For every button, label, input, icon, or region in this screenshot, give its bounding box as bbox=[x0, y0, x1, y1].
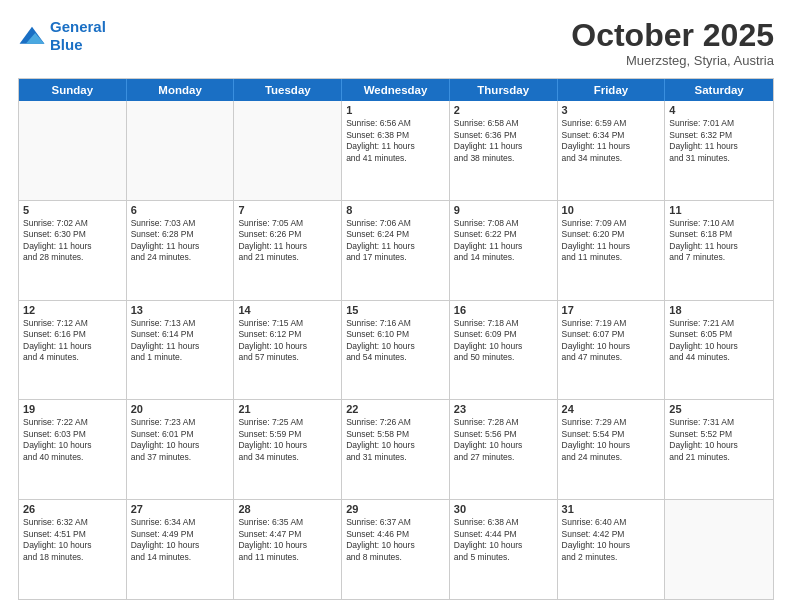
calendar-row: 1Sunrise: 6:56 AM Sunset: 6:38 PM Daylig… bbox=[19, 101, 773, 201]
day-number: 16 bbox=[454, 304, 553, 316]
month-title: October 2025 bbox=[571, 18, 774, 53]
calendar-cell: 23Sunrise: 7:28 AM Sunset: 5:56 PM Dayli… bbox=[450, 400, 558, 499]
day-number: 30 bbox=[454, 503, 553, 515]
weekday-header: Monday bbox=[127, 79, 235, 101]
calendar-cell: 7Sunrise: 7:05 AM Sunset: 6:26 PM Daylig… bbox=[234, 201, 342, 300]
cell-info: Sunrise: 7:18 AM Sunset: 6:09 PM Dayligh… bbox=[454, 318, 553, 364]
cell-info: Sunrise: 7:06 AM Sunset: 6:24 PM Dayligh… bbox=[346, 218, 445, 264]
page: General Blue October 2025 Muerzsteg, Sty… bbox=[0, 0, 792, 612]
logo-line1: General bbox=[50, 18, 106, 35]
day-number: 18 bbox=[669, 304, 769, 316]
header: General Blue October 2025 Muerzsteg, Sty… bbox=[18, 18, 774, 68]
calendar-cell: 20Sunrise: 7:23 AM Sunset: 6:01 PM Dayli… bbox=[127, 400, 235, 499]
day-number: 22 bbox=[346, 403, 445, 415]
cell-info: Sunrise: 7:01 AM Sunset: 6:32 PM Dayligh… bbox=[669, 118, 769, 164]
weekday-header: Saturday bbox=[665, 79, 773, 101]
day-number: 6 bbox=[131, 204, 230, 216]
cell-info: Sunrise: 6:38 AM Sunset: 4:44 PM Dayligh… bbox=[454, 517, 553, 563]
calendar-cell bbox=[234, 101, 342, 200]
day-number: 15 bbox=[346, 304, 445, 316]
cell-info: Sunrise: 7:02 AM Sunset: 6:30 PM Dayligh… bbox=[23, 218, 122, 264]
calendar-cell: 4Sunrise: 7:01 AM Sunset: 6:32 PM Daylig… bbox=[665, 101, 773, 200]
weekday-header: Sunday bbox=[19, 79, 127, 101]
calendar-cell: 27Sunrise: 6:34 AM Sunset: 4:49 PM Dayli… bbox=[127, 500, 235, 599]
calendar-cell: 11Sunrise: 7:10 AM Sunset: 6:18 PM Dayli… bbox=[665, 201, 773, 300]
calendar-cell: 30Sunrise: 6:38 AM Sunset: 4:44 PM Dayli… bbox=[450, 500, 558, 599]
day-number: 29 bbox=[346, 503, 445, 515]
weekday-header: Thursday bbox=[450, 79, 558, 101]
cell-info: Sunrise: 6:34 AM Sunset: 4:49 PM Dayligh… bbox=[131, 517, 230, 563]
cell-info: Sunrise: 7:28 AM Sunset: 5:56 PM Dayligh… bbox=[454, 417, 553, 463]
day-number: 24 bbox=[562, 403, 661, 415]
day-number: 8 bbox=[346, 204, 445, 216]
cell-info: Sunrise: 7:03 AM Sunset: 6:28 PM Dayligh… bbox=[131, 218, 230, 264]
day-number: 17 bbox=[562, 304, 661, 316]
weekday-header: Tuesday bbox=[234, 79, 342, 101]
day-number: 12 bbox=[23, 304, 122, 316]
calendar-cell: 12Sunrise: 7:12 AM Sunset: 6:16 PM Dayli… bbox=[19, 301, 127, 400]
cell-info: Sunrise: 7:19 AM Sunset: 6:07 PM Dayligh… bbox=[562, 318, 661, 364]
weekday-header: Friday bbox=[558, 79, 666, 101]
calendar-cell: 8Sunrise: 7:06 AM Sunset: 6:24 PM Daylig… bbox=[342, 201, 450, 300]
day-number: 28 bbox=[238, 503, 337, 515]
cell-info: Sunrise: 6:32 AM Sunset: 4:51 PM Dayligh… bbox=[23, 517, 122, 563]
cell-info: Sunrise: 7:10 AM Sunset: 6:18 PM Dayligh… bbox=[669, 218, 769, 264]
calendar-cell: 3Sunrise: 6:59 AM Sunset: 6:34 PM Daylig… bbox=[558, 101, 666, 200]
cell-info: Sunrise: 7:13 AM Sunset: 6:14 PM Dayligh… bbox=[131, 318, 230, 364]
cell-info: Sunrise: 7:29 AM Sunset: 5:54 PM Dayligh… bbox=[562, 417, 661, 463]
calendar-cell: 2Sunrise: 6:58 AM Sunset: 6:36 PM Daylig… bbox=[450, 101, 558, 200]
cell-info: Sunrise: 6:40 AM Sunset: 4:42 PM Dayligh… bbox=[562, 517, 661, 563]
calendar-row: 26Sunrise: 6:32 AM Sunset: 4:51 PM Dayli… bbox=[19, 500, 773, 599]
logo: General Blue bbox=[18, 18, 106, 54]
calendar-cell bbox=[665, 500, 773, 599]
calendar-cell: 17Sunrise: 7:19 AM Sunset: 6:07 PM Dayli… bbox=[558, 301, 666, 400]
logo-text: General Blue bbox=[50, 18, 106, 54]
day-number: 20 bbox=[131, 403, 230, 415]
calendar-cell bbox=[19, 101, 127, 200]
day-number: 7 bbox=[238, 204, 337, 216]
title-area: October 2025 Muerzsteg, Styria, Austria bbox=[571, 18, 774, 68]
cell-info: Sunrise: 6:35 AM Sunset: 4:47 PM Dayligh… bbox=[238, 517, 337, 563]
day-number: 26 bbox=[23, 503, 122, 515]
calendar-cell: 16Sunrise: 7:18 AM Sunset: 6:09 PM Dayli… bbox=[450, 301, 558, 400]
day-number: 11 bbox=[669, 204, 769, 216]
calendar-cell: 14Sunrise: 7:15 AM Sunset: 6:12 PM Dayli… bbox=[234, 301, 342, 400]
calendar-cell: 5Sunrise: 7:02 AM Sunset: 6:30 PM Daylig… bbox=[19, 201, 127, 300]
calendar-cell: 28Sunrise: 6:35 AM Sunset: 4:47 PM Dayli… bbox=[234, 500, 342, 599]
calendar-cell: 25Sunrise: 7:31 AM Sunset: 5:52 PM Dayli… bbox=[665, 400, 773, 499]
cell-info: Sunrise: 6:56 AM Sunset: 6:38 PM Dayligh… bbox=[346, 118, 445, 164]
calendar-row: 12Sunrise: 7:12 AM Sunset: 6:16 PM Dayli… bbox=[19, 301, 773, 401]
day-number: 19 bbox=[23, 403, 122, 415]
calendar-body: 1Sunrise: 6:56 AM Sunset: 6:38 PM Daylig… bbox=[19, 101, 773, 599]
weekday-header: Wednesday bbox=[342, 79, 450, 101]
cell-info: Sunrise: 7:21 AM Sunset: 6:05 PM Dayligh… bbox=[669, 318, 769, 364]
cell-info: Sunrise: 7:15 AM Sunset: 6:12 PM Dayligh… bbox=[238, 318, 337, 364]
calendar-cell: 15Sunrise: 7:16 AM Sunset: 6:10 PM Dayli… bbox=[342, 301, 450, 400]
cell-info: Sunrise: 7:23 AM Sunset: 6:01 PM Dayligh… bbox=[131, 417, 230, 463]
cell-info: Sunrise: 7:05 AM Sunset: 6:26 PM Dayligh… bbox=[238, 218, 337, 264]
day-number: 31 bbox=[562, 503, 661, 515]
calendar-cell: 10Sunrise: 7:09 AM Sunset: 6:20 PM Dayli… bbox=[558, 201, 666, 300]
day-number: 25 bbox=[669, 403, 769, 415]
calendar-cell: 9Sunrise: 7:08 AM Sunset: 6:22 PM Daylig… bbox=[450, 201, 558, 300]
day-number: 2 bbox=[454, 104, 553, 116]
calendar-row: 5Sunrise: 7:02 AM Sunset: 6:30 PM Daylig… bbox=[19, 201, 773, 301]
calendar-row: 19Sunrise: 7:22 AM Sunset: 6:03 PM Dayli… bbox=[19, 400, 773, 500]
logo-icon bbox=[18, 25, 46, 47]
calendar-header: SundayMondayTuesdayWednesdayThursdayFrid… bbox=[19, 79, 773, 101]
logo-line2: Blue bbox=[50, 36, 83, 53]
day-number: 13 bbox=[131, 304, 230, 316]
day-number: 23 bbox=[454, 403, 553, 415]
cell-info: Sunrise: 7:31 AM Sunset: 5:52 PM Dayligh… bbox=[669, 417, 769, 463]
cell-info: Sunrise: 7:08 AM Sunset: 6:22 PM Dayligh… bbox=[454, 218, 553, 264]
calendar-cell: 13Sunrise: 7:13 AM Sunset: 6:14 PM Dayli… bbox=[127, 301, 235, 400]
day-number: 4 bbox=[669, 104, 769, 116]
calendar-cell: 19Sunrise: 7:22 AM Sunset: 6:03 PM Dayli… bbox=[19, 400, 127, 499]
calendar-cell: 29Sunrise: 6:37 AM Sunset: 4:46 PM Dayli… bbox=[342, 500, 450, 599]
cell-info: Sunrise: 6:59 AM Sunset: 6:34 PM Dayligh… bbox=[562, 118, 661, 164]
cell-info: Sunrise: 7:12 AM Sunset: 6:16 PM Dayligh… bbox=[23, 318, 122, 364]
day-number: 3 bbox=[562, 104, 661, 116]
calendar-cell: 6Sunrise: 7:03 AM Sunset: 6:28 PM Daylig… bbox=[127, 201, 235, 300]
day-number: 5 bbox=[23, 204, 122, 216]
calendar-cell: 1Sunrise: 6:56 AM Sunset: 6:38 PM Daylig… bbox=[342, 101, 450, 200]
